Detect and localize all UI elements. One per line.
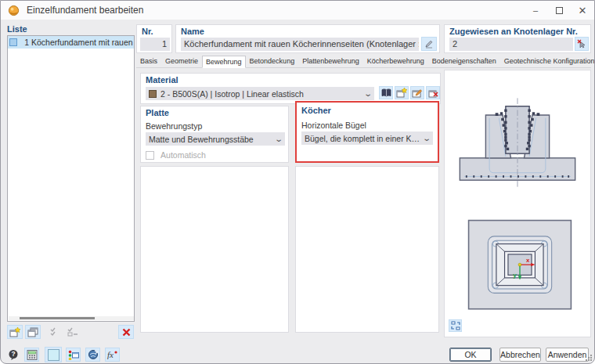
select-nodes-button[interactable]: [575, 37, 589, 51]
name-group: Name Köcherfundament mit rauen Köcherinn…: [175, 24, 440, 53]
check-all-icon: [50, 327, 61, 337]
book-icon: [381, 88, 391, 97]
list-panel: Liste 1 Köcherfundament mit rauen Köcher…: [7, 24, 135, 339]
chevron-down-icon: ⌄: [363, 90, 373, 98]
material-label: Material: [146, 75, 178, 85]
bewehrungstyp-dropdown[interactable]: Matte und Bewehrungsstäbe ⌄: [146, 132, 285, 146]
pencil-icon: [424, 39, 434, 49]
tab-geotechnische-konfiguration[interactable]: Geotechnische Konfiguration: [500, 55, 595, 67]
tab-betondeckung[interactable]: Betondeckung: [246, 55, 299, 67]
material-new-button[interactable]: [395, 86, 409, 99]
name-field[interactable]: Köcherfundament mit rauen Köcherinnensei…: [181, 38, 419, 51]
bewehrungstyp-label: Bewehrungstyp: [146, 121, 202, 131]
svg-text:x: x: [526, 257, 530, 264]
select-pointer-icon: [577, 39, 586, 49]
close-button[interactable]: ✕: [571, 1, 594, 20]
color-swatch-icon: [48, 349, 60, 361]
maximize-icon: [556, 7, 563, 14]
horizontale-buegel-label: Horizontale Bügel: [301, 121, 366, 130]
display-properties-button[interactable]: [66, 348, 81, 362]
chevron-down-icon: ⌄: [274, 135, 283, 143]
fx-icon: fx: [106, 349, 118, 360]
copy-item-button[interactable]: [25, 325, 41, 339]
koecher-group: Köcher Horizontale Bügel Bügel, die komp…: [295, 101, 439, 163]
svg-text:y: y: [513, 272, 517, 279]
refresh-icon: [451, 321, 460, 330]
nr-group: Nr. 1: [136, 24, 172, 53]
koecher-label: Köcher: [301, 106, 331, 115]
nr-field: 1: [140, 38, 170, 51]
name-label: Name: [181, 27, 204, 36]
tab-basis[interactable]: Basis: [136, 55, 161, 67]
svg-text:?: ?: [11, 350, 15, 358]
tab-bar: Basis Geometrie Bewehrung Betondeckung P…: [136, 54, 591, 68]
window-title: Einzelfundament bearbeiten: [27, 5, 143, 16]
new-icon: [9, 327, 20, 337]
automatisch-checkbox[interactable]: [146, 151, 154, 160]
title-bar: Einzelfundament bearbeiten – ✕: [1, 1, 594, 20]
preview-refresh-button[interactable]: [449, 319, 462, 332]
list-item-label: Köcherfundament mit rauen Köcherinnense: [31, 38, 135, 47]
koecher-extra-panel: [295, 166, 439, 333]
nr-label: Nr.: [142, 27, 153, 36]
foundation-list[interactable]: 1 Köcherfundament mit rauen Köcherinnens…: [7, 35, 135, 322]
delete-item-button[interactable]: [118, 325, 134, 339]
list-item[interactable]: 1 Köcherfundament mit rauen Köcherinnens…: [8, 36, 134, 49]
help-icon: ?: [8, 349, 19, 360]
horizontale-buegel-dropdown[interactable]: Bügel, die komplett in einer Köcherwand …: [301, 132, 433, 145]
list-item-checkbox[interactable]: [9, 38, 17, 46]
assigned-label: Zugewiesen an Knotenlager Nr.: [449, 27, 578, 36]
ok-button[interactable]: OK: [449, 348, 492, 362]
uncheck-all-button[interactable]: [65, 325, 81, 339]
formula-button[interactable]: fx: [105, 348, 120, 362]
calculator-icon: [27, 350, 38, 360]
tab-bewehrung[interactable]: Bewehrung: [202, 56, 246, 68]
horizontale-buegel-value: Bügel, die komplett in einer Köcherwand …: [305, 134, 424, 143]
material-library-button[interactable]: [379, 86, 393, 99]
transfer-settings-button[interactable]: [85, 348, 100, 362]
background-color-button[interactable]: [45, 347, 62, 362]
app-foundation-icon: [8, 5, 20, 16]
apply-button[interactable]: Anwenden: [546, 348, 589, 362]
minimize-button[interactable]: –: [524, 1, 547, 20]
scrollbar-thumb[interactable]: [20, 317, 95, 319]
delete-x-icon: [122, 328, 131, 337]
list-toolbar: [7, 325, 135, 339]
platte-group: Platte Bewehrungstyp Matte und Bewehrung…: [140, 106, 289, 163]
resize-grip[interactable]: [585, 354, 593, 362]
rename-button[interactable]: [421, 37, 437, 51]
horizontal-scrollbar[interactable]: [9, 316, 134, 320]
material-value: 2 - B500S(A) | Isotrop | Linear elastisc…: [160, 89, 304, 99]
display-properties-icon: [68, 350, 79, 360]
automatisch-label: Automatisch: [160, 150, 206, 160]
new-icon: [396, 88, 407, 98]
tab-geometrie[interactable]: Geometrie: [161, 55, 202, 67]
dialog-einzelfundament: Einzelfundament bearbeiten – ✕ Liste 1 K…: [0, 0, 595, 364]
platte-label: Platte: [146, 108, 169, 117]
tab-bodeneigenschaften[interactable]: Bodeneigenschaften: [428, 55, 500, 67]
automatisch-row: Automatisch: [146, 150, 206, 160]
cancel-button[interactable]: Abbrechen: [499, 348, 541, 362]
list-label: Liste: [7, 24, 135, 34]
check-all-button[interactable]: [48, 325, 63, 339]
uncheck-all-icon: [67, 327, 78, 337]
list-item-number: 1: [19, 38, 29, 47]
maximize-button[interactable]: [547, 1, 571, 20]
tab-koecherbewehrung[interactable]: Köcherbewehrung: [363, 55, 428, 67]
chevron-down-icon: ⌄: [422, 135, 431, 142]
assigned-field[interactable]: 2: [449, 38, 573, 51]
tab-plattenbewehrung[interactable]: Plattenbewehrung: [298, 55, 363, 67]
plan-view-drawing: x y: [457, 218, 582, 313]
units-button[interactable]: [24, 348, 39, 362]
delete-material-icon: [427, 88, 438, 98]
copy-icon: [27, 327, 38, 337]
platte-extra-panel: [140, 166, 289, 333]
material-dropdown[interactable]: 2 - B500S(A) | Isotrop | Linear elastisc…: [146, 87, 374, 100]
material-group: Material 2 - B500S(A) | Isotrop | Linear…: [140, 73, 441, 104]
help-button[interactable]: ?: [5, 348, 20, 362]
material-color-chip: [149, 90, 157, 98]
material-delete-button[interactable]: [426, 86, 440, 99]
material-edit-button[interactable]: [410, 86, 424, 99]
new-item-button[interactable]: [7, 325, 23, 339]
bewehrungstyp-value: Matte und Bewehrungsstäbe: [149, 135, 254, 144]
